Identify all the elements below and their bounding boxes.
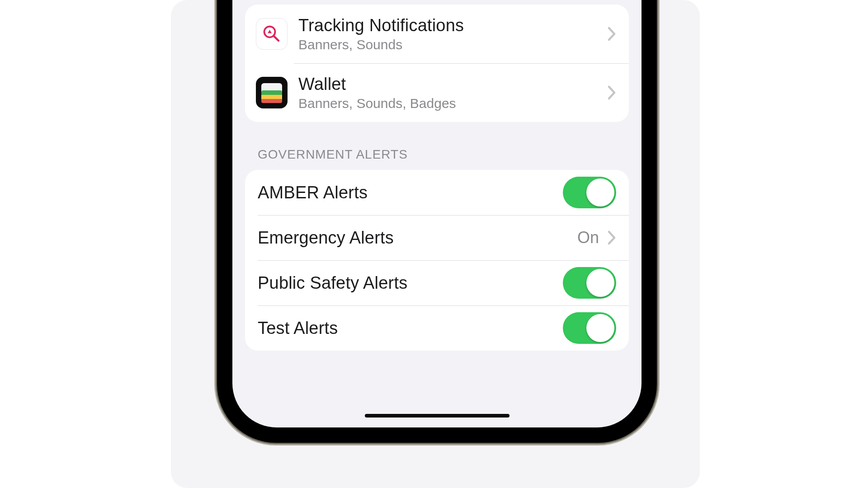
row-text: Public Safety Alerts	[258, 273, 563, 293]
toggle-knob	[586, 178, 614, 206]
toggle-knob	[586, 269, 614, 297]
toggle-test-alerts[interactable]	[563, 312, 616, 344]
tracking-icon	[256, 18, 288, 50]
row-subtitle: Banners, Sounds	[298, 37, 601, 52]
row-subtitle: Banners, Sounds, Badges	[298, 96, 601, 111]
row-text: Test Alerts	[258, 319, 563, 338]
row-wallet[interactable]: Wallet Banners, Sounds, Badges	[245, 63, 629, 122]
phone-screen: Tracking Notifications Banners, Sounds W…	[232, 0, 642, 427]
chevron-right-icon	[607, 26, 616, 42]
wallet-icon	[256, 77, 288, 108]
row-emergency-alerts[interactable]: Emergency Alerts On	[245, 215, 629, 260]
row-title: Wallet	[298, 75, 601, 94]
government-alerts-group: AMBER Alerts Emergency Alerts On	[245, 170, 629, 351]
phone-frame: Tracking Notifications Banners, Sounds W…	[217, 0, 657, 443]
home-indicator[interactable]	[365, 414, 509, 418]
section-header-government-alerts: GOVERNMENT ALERTS	[258, 147, 616, 162]
chevron-right-icon	[607, 85, 616, 100]
apps-group: Tracking Notifications Banners, Sounds W…	[245, 5, 629, 122]
row-title: AMBER Alerts	[258, 183, 563, 202]
row-public-safety-alerts[interactable]: Public Safety Alerts	[245, 260, 629, 305]
chevron-right-icon	[607, 230, 616, 245]
row-text: Emergency Alerts	[258, 228, 577, 248]
row-title: Public Safety Alerts	[258, 273, 563, 293]
row-tracking-notifications[interactable]: Tracking Notifications Banners, Sounds	[245, 5, 629, 63]
row-value: On	[577, 228, 599, 247]
toggle-amber-alerts[interactable]	[563, 177, 616, 208]
row-test-alerts[interactable]: Test Alerts	[245, 305, 629, 351]
phone-bezel: Tracking Notifications Banners, Sounds W…	[227, 0, 647, 433]
row-text: Wallet Banners, Sounds, Badges	[298, 75, 601, 111]
row-text: Tracking Notifications Banners, Sounds	[298, 16, 601, 52]
toggle-knob	[586, 314, 614, 342]
row-amber-alerts[interactable]: AMBER Alerts	[245, 170, 629, 215]
row-title: Tracking Notifications	[298, 16, 601, 35]
row-title: Emergency Alerts	[258, 228, 577, 248]
svg-line-1	[274, 36, 279, 41]
toggle-public-safety-alerts[interactable]	[563, 267, 616, 299]
row-text: AMBER Alerts	[258, 183, 563, 202]
stage: Tracking Notifications Banners, Sounds W…	[0, 0, 868, 488]
row-title: Test Alerts	[258, 319, 563, 338]
settings-content[interactable]: Tracking Notifications Banners, Sounds W…	[232, 0, 642, 427]
